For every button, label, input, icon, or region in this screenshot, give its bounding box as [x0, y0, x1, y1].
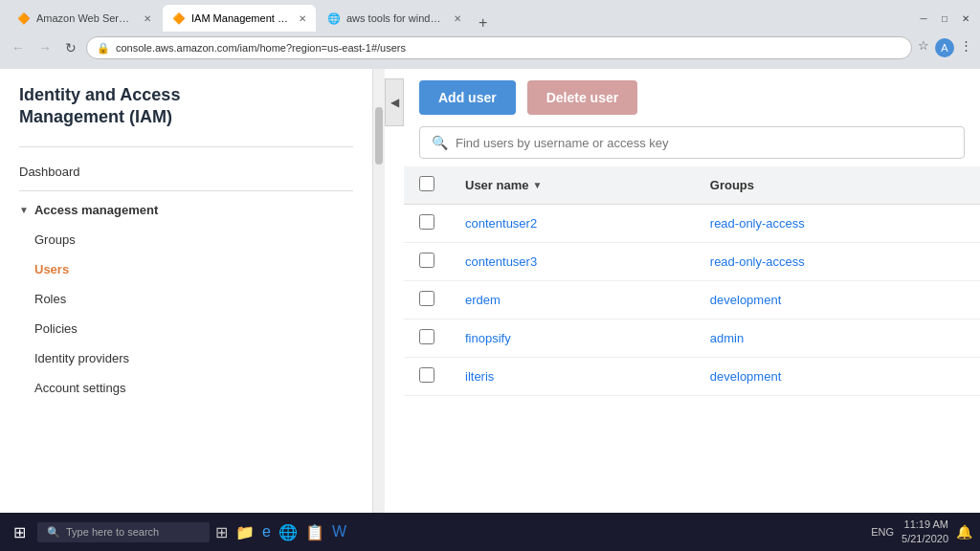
tab-1-favicon: 🔶	[17, 12, 31, 25]
close-button[interactable]: ✕	[959, 11, 972, 25]
table-row: ilteris development	[404, 358, 980, 396]
select-all-checkbox[interactable]	[419, 176, 434, 191]
sidebar-item-users[interactable]: Users	[0, 254, 372, 284]
sidebar-divider2	[19, 190, 353, 191]
sidebar-item-identity-providers[interactable]: Identity providers	[0, 343, 372, 373]
table-row: finopsify admin	[404, 320, 980, 358]
tab-2-label: IAM Management Console	[191, 12, 289, 24]
table-row: contentuser2 read-only-access	[404, 205, 980, 243]
edge-icon[interactable]: e	[262, 523, 271, 540]
section-label: Access management	[34, 203, 158, 217]
username-link-4[interactable]: ilteris	[465, 369, 494, 384]
tab-1-label: Amazon Web Services Sign-In	[36, 12, 134, 24]
sidebar-item-dashboard[interactable]: Dashboard	[0, 157, 372, 187]
group-link-3[interactable]: admin	[710, 331, 744, 345]
sidebar-collapse-button[interactable]: ◀	[385, 78, 404, 126]
tab-3-favicon: 🌐	[327, 12, 341, 25]
tab-3-label: aws tools for windows powershe...	[346, 12, 444, 24]
taskbar-clock: 11:19 AM 5/21/2020	[902, 518, 948, 547]
taskbar-time-value: 11:19 AM	[902, 518, 948, 532]
content-area: Add user Delete user 🔍 User name	[404, 69, 980, 513]
address-bar[interactable]: 🔒 console.aws.amazon.com/iam/home?region…	[86, 36, 912, 59]
tab-1[interactable]: 🔶 Amazon Web Services Sign-In ✕	[8, 5, 161, 32]
username-link-2[interactable]: erdem	[465, 293, 501, 307]
username-link-3[interactable]: finopsify	[465, 331, 511, 345]
search-icon: 🔍	[432, 135, 448, 150]
col-header-username[interactable]: User name ▼	[450, 166, 695, 205]
new-tab-button[interactable]: +	[473, 14, 493, 32]
taskbar-date-value: 5/21/2020	[902, 532, 948, 546]
group-link-2[interactable]: development	[710, 293, 781, 307]
reload-button[interactable]: ↻	[61, 38, 80, 57]
tab-2-favicon: 🔶	[172, 12, 186, 25]
notification-icon[interactable]: 🔔	[956, 524, 972, 540]
table-row: contentuser3 read-only-access	[404, 243, 980, 281]
col-header-groups: Groups	[695, 166, 980, 205]
taskbar-search-box[interactable]: 🔍 Type here to search	[37, 522, 210, 542]
tab-3[interactable]: 🌐 aws tools for windows powershe... ✕	[318, 5, 471, 32]
username-link-1[interactable]: contentuser3	[465, 254, 537, 269]
sidebar-section-access-management[interactable]: ▼ Access management	[0, 195, 372, 225]
group-link-4[interactable]: development	[710, 369, 781, 384]
scrollbar-thumb[interactable]	[375, 107, 383, 165]
row-checkbox-1[interactable]	[419, 253, 434, 268]
minimize-button[interactable]: ─	[917, 11, 930, 25]
tab-1-close[interactable]: ✕	[144, 13, 151, 24]
search-input[interactable]	[456, 136, 952, 150]
users-table: User name ▼ Groups contentuser2 read-onl…	[404, 166, 980, 396]
maximize-button[interactable]: □	[938, 11, 951, 25]
app-icon-5[interactable]: 📋	[305, 523, 324, 541]
back-button[interactable]: ←	[8, 38, 29, 57]
search-box: 🔍	[419, 126, 965, 159]
group-link-0[interactable]: read-only-access	[710, 216, 805, 231]
chrome-icon[interactable]: 🌐	[278, 523, 298, 541]
sidebar: Identity and AccessManagement (IAM) Dash…	[0, 69, 373, 513]
add-user-button[interactable]: Add user	[419, 80, 516, 115]
sidebar-item-roles[interactable]: Roles	[0, 284, 372, 314]
file-explorer-icon[interactable]: 📁	[235, 523, 255, 541]
sidebar-divider	[19, 146, 353, 147]
group-link-1[interactable]: read-only-access	[710, 254, 805, 269]
lock-icon: 🔒	[97, 42, 110, 55]
chevron-down-icon: ▼	[19, 205, 29, 215]
row-checkbox-0[interactable]	[419, 214, 434, 230]
taskbar-lang: ENG	[871, 526, 894, 538]
sidebar-title: Identity and AccessManagement (IAM)	[19, 84, 353, 129]
taskbar: ⊞ 🔍 Type here to search ⊞ 📁 e 🌐 📋 W ENG …	[0, 513, 980, 551]
taskbar-search-icon: 🔍	[47, 526, 60, 539]
users-table-container: User name ▼ Groups contentuser2 read-onl…	[404, 166, 980, 396]
row-checkbox-3[interactable]	[419, 329, 434, 344]
sidebar-scrollbar[interactable]	[373, 69, 385, 513]
start-button[interactable]: ⊞	[8, 519, 32, 545]
row-checkbox-2[interactable]	[419, 291, 434, 306]
content-toolbar: Add user Delete user	[404, 69, 980, 126]
sidebar-item-account-settings[interactable]: Account settings	[0, 373, 372, 403]
address-text: console.aws.amazon.com/iam/home?region=u…	[116, 42, 406, 54]
tab-3-close[interactable]: ✕	[454, 13, 461, 24]
profile-icon[interactable]: A	[935, 38, 954, 57]
taskbar-search-label: Type here to search	[66, 526, 159, 538]
sort-arrow-icon: ▼	[532, 180, 542, 190]
task-view-icon[interactable]: ⊞	[215, 523, 228, 541]
tab-2[interactable]: 🔶 IAM Management Console ✕	[163, 5, 316, 32]
menu-icon[interactable]: ⋮	[960, 38, 972, 57]
bookmark-icon[interactable]: ☆	[918, 38, 929, 57]
row-checkbox-4[interactable]	[419, 367, 434, 383]
tab-2-close[interactable]: ✕	[299, 13, 306, 24]
sidebar-item-groups[interactable]: Groups	[0, 225, 372, 254]
delete-user-button[interactable]: Delete user	[527, 80, 637, 115]
sidebar-item-policies[interactable]: Policies	[0, 314, 372, 343]
forward-button[interactable]: →	[34, 38, 56, 57]
word-icon[interactable]: W	[332, 523, 346, 540]
table-row: erdem development	[404, 281, 980, 320]
username-link-0[interactable]: contentuser2	[465, 216, 537, 231]
